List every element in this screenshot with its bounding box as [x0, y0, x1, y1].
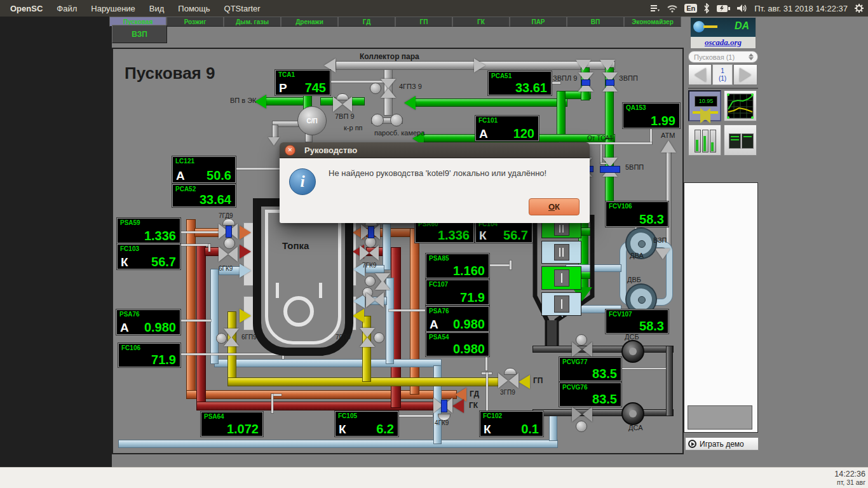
gear-icon[interactable]	[854, 3, 864, 13]
spin-down-icon[interactable]	[749, 57, 754, 60]
tab-gd[interactable]: ГД	[338, 17, 395, 27]
menu-view[interactable]: Вид	[149, 4, 165, 13]
instrument-qa153[interactable]: QA153 1.99	[623, 103, 680, 128]
instrument-fc102[interactable]: FC102 К0.1	[480, 411, 543, 437]
tab-dym-gazy[interactable]: Дым. газы	[224, 17, 281, 27]
instrument-mode: А	[430, 318, 438, 330]
close-icon[interactable]: ✕	[285, 145, 295, 156]
dialog-titlebar[interactable]: ✕ Руководство	[280, 142, 590, 158]
instrument-mode: К	[479, 229, 487, 241]
pipe-air	[214, 359, 442, 367]
volume-icon[interactable]	[736, 4, 748, 13]
vp-v-ek-label: ВП в ЭК	[230, 97, 257, 104]
instrument-psa54[interactable]: PSA54 0.980	[426, 332, 489, 356]
instrument-value: 58.3	[639, 320, 664, 332]
instrument-value: 0.980	[453, 318, 485, 330]
menu-help[interactable]: Помощь	[178, 4, 210, 13]
tool-bars-button[interactable]	[688, 125, 721, 156]
link-psa64	[271, 394, 273, 413]
next-page-button[interactable]	[733, 64, 757, 85]
oscada-logo: DA oscada.org	[690, 17, 756, 49]
menu-violation[interactable]: Нарушение	[91, 4, 135, 13]
instrument-psa76-left[interactable]: PSA76 А0.980	[116, 309, 180, 335]
instrument-value: 745	[305, 81, 326, 94]
instrument-fc105[interactable]: FC105 К6.2	[335, 411, 398, 437]
tool-panels-button[interactable]	[724, 125, 757, 156]
air-valve-actuator-icon	[365, 276, 376, 287]
document-panel	[684, 182, 758, 433]
instrument-tca1[interactable]: TCA1 Р745	[275, 70, 330, 95]
messages-menu-icon[interactable]	[650, 4, 660, 13]
gp-label: ГП	[533, 376, 543, 385]
valve-7gp9-actuator-icon	[374, 332, 384, 343]
furnace-tick	[276, 283, 279, 298]
tab-drenazhi[interactable]: Дренажи	[281, 17, 338, 27]
instrument-pca51[interactable]: PCA51 33.61	[488, 71, 552, 95]
pipe-air	[118, 440, 558, 448]
battery-icon[interactable]	[716, 4, 730, 13]
play-demo-button[interactable]: Играть демо	[685, 437, 759, 451]
spin-up-icon[interactable]	[749, 53, 754, 57]
valve-4gpz9-actuator-icon	[370, 83, 381, 94]
pipe-gp	[227, 311, 236, 383]
instrument-fc103[interactable]: FC103 К56.7	[117, 244, 180, 269]
link-psa76l	[180, 320, 211, 322]
menubar-clock[interactable]: Пт. авг. 31 2018 14:22:37	[754, 4, 848, 13]
keyboard-layout-indicator[interactable]: En	[684, 4, 697, 13]
instrument-lc121[interactable]: LC121 А50.6	[172, 156, 236, 183]
prev-page-button[interactable]	[688, 64, 712, 85]
instrument-psa59[interactable]: PSA59 1.336	[117, 218, 180, 243]
funnel-gp-out	[519, 375, 530, 389]
tab-vzp[interactable]: ВЗП	[112, 25, 167, 43]
tool-trend-button[interactable]	[724, 90, 757, 121]
instrument-psa85[interactable]: PSA85 1.160	[426, 254, 489, 278]
arrow-green-left	[404, 96, 416, 110]
pump-dsa-icon	[621, 402, 644, 425]
taskbar-clock[interactable]: 14:22:36 пт, 31 авг	[834, 470, 865, 486]
tab-gp[interactable]: ГП	[395, 17, 452, 27]
tab-vp[interactable]: ВП	[567, 17, 624, 27]
instrument-mode: А	[120, 322, 129, 334]
menu-file[interactable]: Файл	[57, 4, 77, 13]
arrow-air-furnace-left	[240, 264, 251, 278]
instrument-tag: PCA52	[175, 186, 196, 193]
instrument-fcv107[interactable]: FCV107 58.3	[606, 309, 668, 334]
oscada-link[interactable]: oscada.org	[691, 37, 756, 48]
instrument-pcvg76[interactable]: PCVG76 83.5	[559, 383, 621, 407]
instrument-fcv106[interactable]: FCV106 58.3	[606, 201, 668, 227]
tab-ekonomayzer[interactable]: Экономайзер	[624, 17, 681, 27]
instrument-value: 1.336	[438, 229, 470, 241]
bluetooth-icon[interactable]	[703, 3, 710, 13]
instrument-fc106[interactable]: FC106 71.9	[118, 343, 180, 367]
tool-mnemo-button[interactable]: 10.95	[688, 90, 721, 121]
ok-button[interactable]: ОК	[529, 198, 580, 215]
mini-panel-icon	[729, 133, 741, 149]
instrument-pcvg77[interactable]: PCVG77 83.5	[559, 357, 621, 381]
scheme-selector[interactable]: Пусковая (1)	[688, 51, 758, 63]
menubar: OpenSC Файл Нарушение Вид Помощь QTStart…	[0, 0, 868, 17]
wifi-icon[interactable]	[667, 4, 678, 13]
funnel-steam-left	[576, 60, 591, 71]
instrument-fc107[interactable]: FC107 71.9	[426, 280, 489, 305]
link-lc121	[236, 168, 280, 170]
instrument-fc101[interactable]: FC101 А120	[475, 116, 539, 141]
vzp-label: ВЗП	[653, 236, 667, 244]
instrument-mode: К	[121, 256, 128, 268]
pipe-green	[415, 98, 567, 107]
instrument-tag: FC101	[478, 117, 498, 124]
tab-par[interactable]: ПАР	[510, 17, 567, 27]
instrument-value: 0.1	[521, 423, 539, 435]
instrument-value: 120	[513, 127, 534, 140]
valve-7vp9-label: 7ВП 9	[335, 112, 355, 120]
tab-rozzhig[interactable]: Розжиг	[166, 17, 224, 27]
instrument-psa64[interactable]: PSA64 1.072	[201, 412, 263, 437]
instrument-pca52[interactable]: PCA52 33.64	[172, 184, 236, 207]
link-qa153	[650, 128, 652, 144]
instrument-tag: PCVG76	[562, 384, 587, 391]
instrument-psa76-mid[interactable]: PSA76 А0.980	[426, 306, 489, 332]
manual-dialog: ✕ Руководство i Не найдено руководства '…	[280, 142, 590, 223]
instrument-value: 83.5	[592, 393, 617, 405]
menu-qtstarter[interactable]: QTStarter	[224, 4, 261, 13]
valve-7gk9-icon	[360, 245, 379, 261]
tab-gk[interactable]: ГК	[452, 17, 510, 27]
